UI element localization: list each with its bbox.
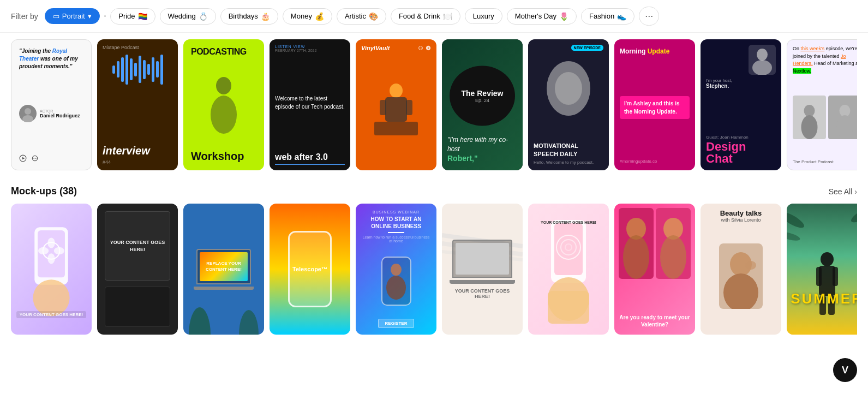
mockup-card-phone-hand2[interactable]: YOUR CONTENT GOES HERE! <box>528 204 609 335</box>
ashley-text: I'm Ashley and this is the Morning Updat… <box>624 99 685 116</box>
welcome-text: Hello, Welcome to my podcast. <box>534 160 603 165</box>
filter-luxury[interactable]: Luxury <box>465 8 502 24</box>
soundwave <box>103 50 172 83</box>
card-interview[interactable]: Mixtape Podcast <box>97 39 178 170</box>
svg-point-52 <box>787 210 806 231</box>
svg-rect-39 <box>554 223 583 275</box>
mothers-day-emoji: 🌷 <box>559 12 568 21</box>
svg-point-4 <box>33 158 34 159</box>
cohost-text: "I'm here with my co-host <box>447 135 517 154</box>
more-filters-button[interactable]: ··· <box>639 7 659 26</box>
card-product-podcast[interactable]: On this week's episode, we're joined by … <box>787 39 857 170</box>
mockups-title: Mock-ups (38) <box>11 186 77 197</box>
fashion-emoji: 👟 <box>617 12 626 21</box>
chevron-right-icon: › <box>854 187 857 196</box>
laptop-bg-shape <box>452 240 512 278</box>
mockup-card-webinar[interactable]: BUSINESS WEBINAR HOW TO START AN ONLINE … <box>356 204 436 335</box>
svg-marker-3 <box>22 157 25 160</box>
webinar-title-label: HOW TO START AN ONLINE BUSINESS <box>362 216 430 230</box>
svg-rect-14 <box>374 122 418 135</box>
money-emoji: 💰 <box>315 12 324 21</box>
mockup-card-phone-hand[interactable]: YOUR CONTENT GOES HERE! <box>11 204 92 335</box>
filter-pride[interactable]: Pride 🏳️‍🌈 <box>110 8 155 25</box>
mockup-card-laptop[interactable]: REPLACE YOUR CONTENT HERE! <box>183 204 264 335</box>
product-intro: On this week's episode, we're joined by … <box>793 45 857 75</box>
mockup-card-telescope[interactable]: Telescope™ <box>270 204 350 335</box>
card-vinyl[interactable]: VinylVault <box>356 39 436 170</box>
svg-point-18 <box>752 60 772 75</box>
mockup-card-valentine[interactable]: Are you ready to meet your Valentine? <box>614 204 695 335</box>
filter-wedding[interactable]: Wedding 💍 <box>160 8 216 25</box>
svg-rect-12 <box>380 100 386 115</box>
svg-rect-58 <box>833 267 838 286</box>
card-quote[interactable]: "Joining the Royal Theater was one of my… <box>11 39 92 170</box>
update-label: Update <box>648 47 670 55</box>
svg-point-28 <box>38 247 49 254</box>
mockups-count: (38) <box>59 186 77 196</box>
svg-point-21 <box>840 105 851 117</box>
filter-fashion[interactable]: Fashion 👟 <box>581 8 634 25</box>
card-design-chat[interactable]: I'm your host, Stephen. Guest: Joan Hamm… <box>701 39 781 170</box>
card-podcasting[interactable]: PODCASTING Workshop <box>183 39 264 170</box>
filter-birthdays[interactable]: Birthdays 🎂 <box>220 8 278 25</box>
cohost-name: Robert," <box>447 154 517 163</box>
card-morning[interactable]: Morning Update I'm Ashley and this is th… <box>614 39 695 170</box>
workshop-label: Workshop <box>191 150 256 163</box>
svg-point-34 <box>386 276 406 300</box>
svg-point-26 <box>47 237 55 248</box>
mixtape-label: Mixtape Podcast <box>103 45 172 50</box>
mockup-card-row: YOUR CONTENT GOES HERE! YOUR CONTENT GOE… <box>11 201 857 341</box>
birthdays-emoji: 🎂 <box>261 12 270 21</box>
date-label: FEBRUARY 27TH, 2022 <box>275 49 345 52</box>
svg-point-51 <box>745 261 756 270</box>
mockup-card-laptop-bg[interactable]: YOUR CONTENT GOES HERE! <box>442 204 523 335</box>
mockup-card-beauty-talks[interactable]: Beauty talks with Silvia Lorento <box>701 204 781 335</box>
svg-point-31 <box>189 307 211 335</box>
tech-description: Welcome to the latest episode of our Tec… <box>275 94 345 111</box>
webinar-desc: Learn how to run a successful business a… <box>362 235 430 243</box>
filter-food-drink[interactable]: Food & Drink 🍽️ <box>391 8 460 25</box>
filter-artistic[interactable]: Artistic 🎨 <box>337 8 386 25</box>
card-tech[interactable]: LISTEN VIEW FEBRUARY 27TH, 2022 Welcome … <box>270 39 350 170</box>
podcast-card-row: "Joining the Royal Theater was one of my… <box>11 33 857 177</box>
svg-point-27 <box>47 253 55 264</box>
food-emoji: 🍽️ <box>443 12 452 21</box>
mc3-label: REPLACE YOUR CONTENT HERE! <box>200 259 248 273</box>
svg-point-22 <box>837 115 853 139</box>
mockup-card-paper[interactable]: YOUR CONTENT GOES HERE! <box>97 204 178 335</box>
mockup-card-summer[interactable]: SUMMER <box>787 204 857 335</box>
webinar-header-label: BUSINESS WEBINAR <box>362 210 430 214</box>
chevron-down-icon: ▾ <box>88 12 92 20</box>
mc4-label: Telescope™ <box>292 266 327 272</box>
episode-num: #44 <box>103 159 150 165</box>
summer-label: SUMMER <box>787 290 857 307</box>
host-name: Stephen. <box>706 83 776 89</box>
interview-label: interview <box>103 145 150 157</box>
svg-rect-44 <box>548 291 589 324</box>
svg-point-53 <box>849 204 857 225</box>
motivational-label: MOTIVATIONAL SPEECH DAILY <box>534 142 603 158</box>
wedding-emoji: 💍 <box>199 12 208 21</box>
svg-point-9 <box>421 47 422 48</box>
podcasting-title: PODCASTING <box>191 47 256 57</box>
filter-money[interactable]: Money 💰 <box>283 8 332 25</box>
svg-point-55 <box>821 252 834 266</box>
svg-point-6 <box>216 77 231 94</box>
filter-mothers-day[interactable]: Mother's Day 🌷 <box>507 8 577 25</box>
svg-rect-11 <box>385 97 407 122</box>
svg-point-32 <box>239 310 259 335</box>
card-review[interactable]: The Review Ep. 24 "I'm here with my co-h… <box>442 39 523 170</box>
vinyl-vault-label: VinylVault <box>361 45 390 51</box>
svg-point-10 <box>390 84 403 98</box>
see-all-button[interactable]: See All › <box>829 187 857 196</box>
card-motivational[interactable]: NEW EPISODE MOTIVATIONAL SPEECH DAILY He… <box>528 39 609 170</box>
main-content: "Joining the Royal Theater was one of my… <box>0 33 868 352</box>
svg-point-8 <box>420 47 420 48</box>
mc1-label: YOUR CONTENT GOES HERE! <box>16 311 86 318</box>
design-chat-label: DesignChat <box>706 141 776 165</box>
svg-point-46 <box>623 235 649 279</box>
separator: • <box>104 13 106 19</box>
filter-portrait[interactable]: ▭ Portrait ▾ <box>45 8 100 24</box>
svg-point-16 <box>555 72 582 105</box>
actor-name: Daniel Rodriguez <box>40 113 80 118</box>
